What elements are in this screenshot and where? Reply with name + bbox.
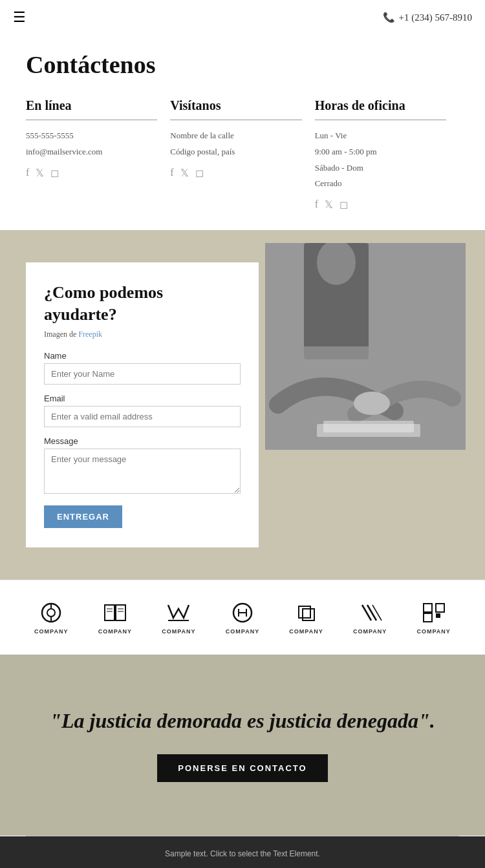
- col-hours-heading: Horas de oficina: [315, 98, 446, 113]
- email-field-group: Email: [44, 394, 241, 427]
- logo-label-7: COMPANY: [416, 628, 450, 635]
- col-visit: Visítanos Nombre de la calle Código post…: [170, 98, 314, 211]
- logo-5: COMPANY: [289, 600, 323, 635]
- svg-rect-12: [105, 605, 114, 620]
- logo-icon-7: [418, 600, 449, 626]
- logo-1: COMPANY: [34, 600, 68, 635]
- beige-section: ¿Como podemos ayudarte? Imagen de Freepi…: [0, 230, 485, 580]
- name-input[interactable]: [44, 363, 241, 385]
- logo-label-6: COMPANY: [353, 628, 387, 635]
- logo-4: COMPANY: [226, 600, 259, 635]
- logo-icon-1: [36, 600, 67, 626]
- col-hours-weekend: Sábado - Dom: [315, 162, 446, 175]
- phone-icon: 📞: [383, 12, 395, 23]
- email-label: Email: [44, 394, 241, 403]
- facebook-icon[interactable]: f: [26, 167, 29, 179]
- col-visit-street: Nombre de la calle: [170, 129, 301, 143]
- col-online-social: f 𝕏 ◻: [26, 167, 157, 179]
- col-hours-weekday-times: 9:00 am - 5:00 pm: [315, 145, 446, 159]
- logo-6: COMPANY: [353, 600, 387, 635]
- col-online-divider: [26, 120, 157, 120]
- phone-number: +1 (234) 567-8910: [399, 12, 472, 23]
- logo-2: COMPANY: [98, 600, 132, 635]
- col-online-email: info@mailservice.com: [26, 145, 157, 159]
- svg-rect-32: [436, 613, 440, 618]
- logo-label-5: COMPANY: [289, 628, 323, 635]
- col-hours-social: f 𝕏 ◻: [315, 198, 446, 211]
- col-hours-divider: [315, 120, 446, 120]
- email-input[interactable]: [44, 406, 241, 427]
- form-heading: ¿Como podemos ayudarte?: [44, 282, 241, 326]
- phone-link[interactable]: 📞 +1 (234) 567-8910: [383, 12, 472, 23]
- col-visit-postal: Código postal, país: [170, 145, 301, 159]
- logo-label-4: COMPANY: [226, 628, 259, 635]
- svg-rect-25: [303, 609, 314, 620]
- logo-icon-2: [100, 600, 131, 626]
- message-label: Message: [44, 436, 241, 446]
- hero-image: [265, 243, 466, 450]
- twitter-icon-2[interactable]: 𝕏: [180, 167, 189, 179]
- svg-rect-29: [424, 604, 432, 612]
- footer: Sample text. Click to select the Text El…: [0, 836, 485, 868]
- col-online-phone: 555-555-5555: [26, 129, 157, 143]
- submit-button[interactable]: ENTREGAR: [44, 505, 122, 528]
- contact-button[interactable]: PONERSE EN CONTACTO: [157, 754, 327, 782]
- name-label: Name: [44, 351, 241, 361]
- logos-section: COMPANY COMPANY COMPANY: [0, 580, 485, 655]
- logo-icon-6: [354, 600, 385, 626]
- image-credit: Imagen de Freepik: [44, 330, 241, 339]
- hamburger-menu[interactable]: ☰: [13, 9, 26, 26]
- svg-rect-31: [424, 613, 432, 622]
- logo-icon-5: [291, 600, 322, 626]
- quote-section: "La justicia demorada es justicia denega…: [0, 655, 485, 836]
- facebook-icon-2[interactable]: f: [170, 167, 173, 179]
- logo-label-3: COMPANY: [162, 628, 195, 635]
- svg-rect-30: [436, 604, 444, 612]
- svg-rect-24: [299, 606, 310, 618]
- logo-icon-3: [163, 600, 194, 626]
- svg-point-9: [47, 609, 55, 617]
- col-hours-weekdays: Lun - Vie: [315, 129, 446, 143]
- col-visit-heading: Visítanos: [170, 98, 301, 113]
- col-hours-weekend-status: Cerrado: [315, 177, 446, 191]
- contact-header: Contáctenos: [0, 35, 485, 98]
- message-field-group: Message: [44, 436, 241, 496]
- twitter-icon[interactable]: 𝕏: [36, 167, 44, 179]
- logo-icon-4: [227, 600, 258, 626]
- col-online: En línea 555-555-5555 info@mailservice.c…: [26, 98, 170, 211]
- col-online-heading: En línea: [26, 98, 157, 113]
- logo-label-1: COMPANY: [34, 628, 68, 635]
- svg-line-28: [372, 605, 382, 620]
- logo-7: COMPANY: [416, 600, 450, 635]
- svg-rect-13: [116, 605, 125, 620]
- svg-line-27: [367, 605, 376, 620]
- form-card: ¿Como podemos ayudarte? Imagen de Freepi…: [26, 262, 259, 547]
- top-nav: ☰ 📞 +1 (234) 567-8910: [0, 0, 485, 35]
- name-field-group: Name: [44, 351, 241, 385]
- svg-line-26: [362, 605, 371, 620]
- quote-text: "La justicia demorada es justicia denega…: [50, 708, 435, 735]
- instagram-icon-3[interactable]: ◻: [339, 198, 348, 211]
- twitter-icon-3[interactable]: 𝕏: [325, 198, 333, 211]
- svg-rect-7: [323, 421, 414, 432]
- col-hours: Horas de oficina Lun - Vie 9:00 am - 5:0…: [315, 98, 459, 211]
- col-visit-social: f 𝕏 ◻: [170, 167, 301, 179]
- logo-label-2: COMPANY: [98, 628, 132, 635]
- instagram-icon[interactable]: ◻: [50, 167, 59, 179]
- freepik-link[interactable]: Freepik: [78, 330, 102, 339]
- footer-text: Sample text. Click to select the Text El…: [26, 849, 459, 858]
- col-visit-divider: [170, 120, 301, 120]
- logo-3: COMPANY: [162, 600, 195, 635]
- page-title: Contáctenos: [26, 50, 459, 79]
- svg-point-5: [354, 392, 390, 415]
- instagram-icon-2[interactable]: ◻: [195, 167, 204, 179]
- facebook-icon-3[interactable]: f: [315, 198, 318, 211]
- message-textarea[interactable]: [44, 449, 241, 494]
- contact-columns: En línea 555-555-5555 info@mailservice.c…: [0, 98, 485, 230]
